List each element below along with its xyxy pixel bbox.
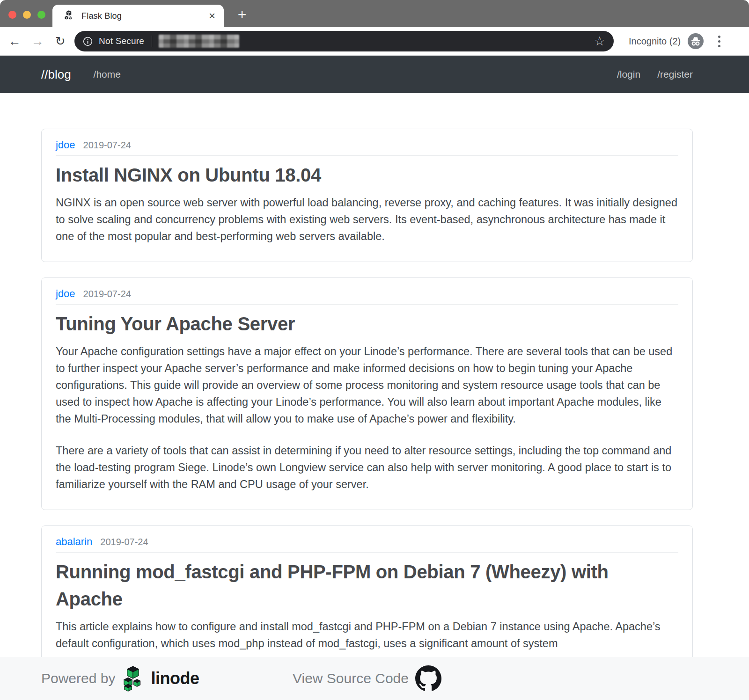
- browser-tab[interactable]: Flask Blog ×: [52, 5, 224, 27]
- incognito-label: Incognito (2): [629, 36, 681, 47]
- post-title: Tuning Your Apache Server: [56, 310, 678, 337]
- post-meta: abalarin 2019-07-24: [56, 536, 678, 547]
- post-title: Running mod_fastcgi and PHP-FPM on Debia…: [56, 558, 678, 612]
- post-paragraph: Your Apache configuration settings have …: [56, 343, 678, 427]
- info-icon[interactable]: [83, 36, 93, 46]
- view-source-link[interactable]: View Source Code: [293, 665, 441, 692]
- post-meta: jdoe 2019-07-24: [56, 139, 678, 151]
- post-body: Your Apache configuration settings have …: [56, 343, 678, 493]
- close-window-button[interactable]: [8, 11, 16, 19]
- divider: [152, 36, 152, 47]
- incognito-icon: [688, 33, 704, 49]
- post-body: This article explains how to configure a…: [56, 618, 678, 652]
- post-paragraph: This article explains how to configure a…: [56, 618, 678, 652]
- post-title: Install NGINX on Ubuntu 18.04: [56, 161, 678, 189]
- post-list: jdoe 2019-07-24 Install NGINX on Ubuntu …: [41, 93, 693, 669]
- post-card: jdoe 2019-07-24 Install NGINX on Ubuntu …: [41, 129, 693, 262]
- linode-logo-icon: [121, 665, 145, 692]
- divider: [56, 155, 678, 156]
- post-card: jdoe 2019-07-24 Tuning Your Apache Serve…: [41, 277, 693, 510]
- post-paragraph: There are a variety of tools that can as…: [56, 442, 678, 493]
- tab-strip: Flask Blog × +: [0, 0, 749, 27]
- github-icon[interactable]: [415, 665, 441, 692]
- divider: [56, 304, 678, 305]
- minimize-window-button[interactable]: [23, 11, 31, 19]
- page-footer: Powered by linode: [0, 657, 749, 700]
- browser-window: Flask Blog × + ← → ↻ Not Secure ☆ Incogn…: [0, 0, 749, 700]
- post-date: 2019-07-24: [83, 288, 131, 299]
- nav-link-login[interactable]: /login: [617, 69, 640, 80]
- browser-toolbar: ← → ↻ Not Secure ☆ Incognito (2): [0, 27, 749, 56]
- post-date: 2019-07-24: [100, 536, 148, 547]
- back-icon[interactable]: ←: [7, 35, 22, 48]
- bookmark-star-icon[interactable]: ☆: [594, 34, 605, 49]
- tab-title: Flask Blog: [81, 11, 208, 21]
- post-paragraph: NGINX is an open source web server with …: [56, 194, 678, 245]
- zoom-window-button[interactable]: [37, 11, 45, 19]
- post-author-link[interactable]: jdoe: [56, 139, 75, 151]
- powered-by-linode[interactable]: Powered by linode: [41, 665, 199, 692]
- divider: [56, 552, 678, 553]
- view-source-label: View Source Code: [293, 671, 409, 686]
- app-navbar: //blog /home /login /register: [0, 56, 749, 93]
- linode-wordmark: linode: [151, 669, 199, 688]
- window-controls: [8, 11, 45, 19]
- not-secure-label: Not Secure: [99, 36, 144, 46]
- tab-close-icon[interactable]: ×: [208, 10, 216, 22]
- reload-icon[interactable]: ↻: [53, 35, 67, 47]
- post-author-link[interactable]: abalarin: [56, 536, 92, 547]
- post-author-link[interactable]: jdoe: [56, 288, 75, 299]
- navbar-brand[interactable]: //blog: [41, 67, 71, 82]
- flask-blog-favicon: [63, 10, 75, 22]
- new-tab-button[interactable]: +: [233, 7, 251, 22]
- nav-link-home[interactable]: /home: [94, 69, 121, 80]
- address-bar[interactable]: Not Secure ☆: [74, 31, 614, 51]
- nav-link-register[interactable]: /register: [657, 69, 693, 80]
- powered-by-label: Powered by: [41, 671, 115, 686]
- post-card: abalarin 2019-07-24 Running mod_fastcgi …: [41, 525, 693, 669]
- url-redacted: [159, 35, 239, 48]
- post-meta: jdoe 2019-07-24: [56, 288, 678, 299]
- post-body: NGINX is an open source web server with …: [56, 194, 678, 245]
- forward-icon[interactable]: →: [30, 35, 44, 48]
- browser-menu-icon[interactable]: [716, 34, 722, 49]
- post-date: 2019-07-24: [83, 139, 131, 151]
